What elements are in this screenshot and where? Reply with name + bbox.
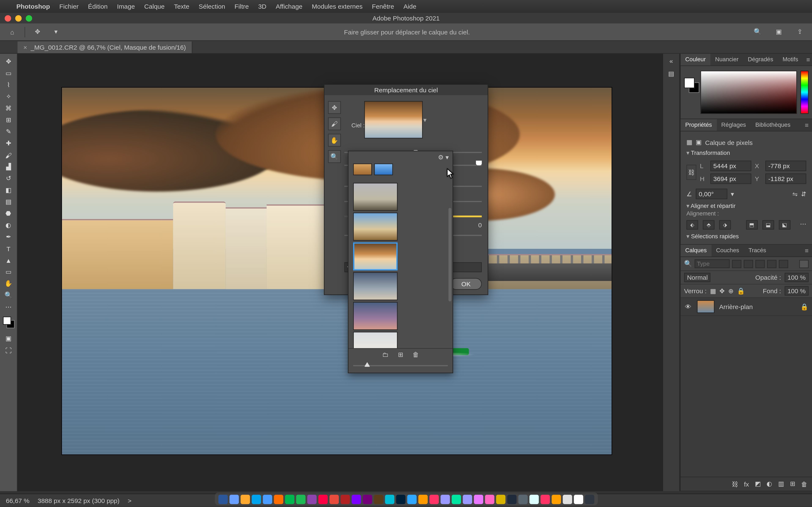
lock-position-icon[interactable]: ✥ <box>719 287 725 295</box>
menu-image[interactable]: Image <box>117 3 135 10</box>
align-more-icon[interactable]: ⋯ <box>800 220 806 229</box>
doc-info[interactable]: 3888 px x 2592 px (300 ppp) <box>38 497 119 504</box>
share-icon[interactable]: ⇪ <box>794 25 806 38</box>
new-layer-icon[interactable]: ⊞ <box>790 480 795 488</box>
path-select-tool[interactable]: ▲ <box>1 255 16 266</box>
panel-menu-icon[interactable]: ≡ <box>801 119 812 131</box>
sky-presets-popover[interactable]: ⚙ ▾ 🗀 ⊞ 🗑 <box>348 151 453 373</box>
opacity-field[interactable]: 100 % <box>784 273 809 282</box>
tab-gradients[interactable]: Dégradés <box>743 54 778 65</box>
screen-mode-toggle[interactable]: ⛶ <box>1 345 16 356</box>
dialog-title[interactable]: Remplacement du ciel <box>324 85 488 95</box>
history-panel-icon[interactable]: ▤ <box>668 70 674 78</box>
dock-app-icon[interactable] <box>285 495 294 504</box>
crop-tool[interactable]: ⌘ <box>1 103 16 114</box>
dock-app-icon[interactable] <box>307 495 316 504</box>
close-window[interactable] <box>5 15 11 21</box>
shape-tool[interactable]: ▭ <box>1 266 16 278</box>
menu-help[interactable]: Aide <box>403 3 416 10</box>
tab-paths[interactable]: Tracés <box>744 245 771 257</box>
section-quick[interactable]: Sélections rapides <box>687 233 806 239</box>
x-field[interactable]: -778 px <box>765 161 806 171</box>
dock-app-icon[interactable] <box>385 495 394 504</box>
layer-thumbnail[interactable] <box>697 300 714 313</box>
fg-bg-swatch[interactable] <box>3 317 14 328</box>
zoom-tool[interactable]: 🔍 <box>1 290 16 301</box>
angle-field[interactable]: 0,00° <box>696 189 727 199</box>
align-center-h[interactable]: ⬘ <box>703 220 714 229</box>
dock-app-icon[interactable] <box>540 495 550 504</box>
tab-adjustments[interactable]: Réglages <box>717 119 751 131</box>
close-tab-icon[interactable]: × <box>23 44 27 51</box>
minimize-window[interactable] <box>15 15 21 21</box>
menu-3d[interactable]: 3D <box>258 3 266 10</box>
sky-hand-tool[interactable]: ✋ <box>328 134 341 147</box>
panel-menu-icon[interactable]: ≡ <box>801 245 812 257</box>
adjustment-icon[interactable]: ◐ <box>767 480 772 488</box>
color-spectrum[interactable] <box>700 71 797 114</box>
trash-icon[interactable]: 🗑 <box>801 481 807 487</box>
tab-patterns[interactable]: Motifs <box>778 54 803 65</box>
tab-color[interactable]: Couleur <box>680 54 710 65</box>
ok-button[interactable]: OK <box>450 278 482 290</box>
info-chevron-icon[interactable]: > <box>128 497 132 504</box>
panel-menu-icon[interactable]: ≡ <box>803 54 812 65</box>
dock-app-icon[interactable] <box>440 495 450 504</box>
window-controls[interactable] <box>5 15 32 21</box>
angle-dropdown[interactable]: ▾ <box>731 190 734 198</box>
sky-preset[interactable] <box>353 183 398 211</box>
options-dropdown[interactable]: ▾ <box>50 25 63 38</box>
align-left[interactable]: ⬖ <box>687 220 698 229</box>
menu-layer[interactable]: Calque <box>144 3 164 10</box>
menu-select[interactable]: Sélection <box>199 3 225 10</box>
folder-icon[interactable]: 🗀 <box>382 351 389 359</box>
move-tool-icon[interactable]: ✥ <box>31 25 44 38</box>
layer-filter-input[interactable] <box>695 260 730 268</box>
trash-icon[interactable]: 🗑 <box>413 351 419 359</box>
dock-app-icon[interactable] <box>485 495 494 504</box>
dodge-tool[interactable]: ◐ <box>1 220 16 231</box>
dock-app-icon[interactable] <box>340 495 350 504</box>
zoom-level[interactable]: 66,67 % <box>6 497 30 504</box>
dock-app-icon[interactable] <box>418 495 427 504</box>
filter-smart-icon[interactable] <box>779 260 788 268</box>
history-brush-tool[interactable]: ↺ <box>1 173 16 184</box>
new-preset-icon[interactable]: ⊞ <box>398 351 403 359</box>
zoom-window[interactable] <box>26 15 32 21</box>
lock-all-icon[interactable]: 🔒 <box>737 287 745 295</box>
filter-type-icon[interactable] <box>755 260 765 268</box>
move-tool[interactable]: ✥ <box>1 56 16 67</box>
layer-name[interactable]: Arrière-plan <box>719 303 753 310</box>
lasso-tool[interactable]: ⌇ <box>1 79 16 91</box>
sky-preview-dropdown[interactable]: ▾ <box>364 101 423 138</box>
brush-tool[interactable]: 🖌 <box>1 150 16 161</box>
expand-panels-icon[interactable]: « <box>669 57 673 64</box>
dock-app-icon[interactable] <box>362 495 372 504</box>
lock-icon[interactable]: 🔒 <box>800 303 809 311</box>
mask-icon[interactable]: ◩ <box>755 480 761 488</box>
eraser-tool[interactable]: ◧ <box>1 185 16 196</box>
blend-mode-dropdown[interactable]: Normal <box>684 273 711 282</box>
dock-app-icon[interactable] <box>251 495 261 504</box>
blur-tool[interactable]: ⬣ <box>1 208 16 219</box>
section-transform[interactable]: Transformation <box>687 150 806 156</box>
gradient-tool[interactable]: ▤ <box>1 196 16 208</box>
dock-app-icon[interactable] <box>396 495 405 504</box>
fx-icon[interactable]: fx <box>744 481 749 487</box>
align-bottom[interactable]: ⬕ <box>779 220 791 229</box>
filter-shape-icon[interactable] <box>767 260 776 268</box>
link-wh-icon[interactable]: ⛓ <box>687 165 696 180</box>
quick-mask-toggle[interactable]: ▣ <box>1 333 16 344</box>
menu-text[interactable]: Texte <box>174 3 190 10</box>
link-layers-icon[interactable]: ⛓ <box>732 481 738 487</box>
filter-adjust-icon[interactable] <box>744 260 753 268</box>
preset-list[interactable] <box>349 179 453 348</box>
dock-app-icon[interactable] <box>585 495 594 504</box>
y-field[interactable]: -1182 px <box>765 173 806 184</box>
dock-app-icon[interactable] <box>262 495 272 504</box>
tab-properties[interactable]: Propriétés <box>680 119 716 131</box>
dock-app-icon[interactable] <box>462 495 472 504</box>
menu-file[interactable]: Fichier <box>59 3 79 10</box>
dock-app-icon[interactable] <box>429 495 439 504</box>
section-align[interactable]: Aligner et répartir <box>687 203 806 209</box>
